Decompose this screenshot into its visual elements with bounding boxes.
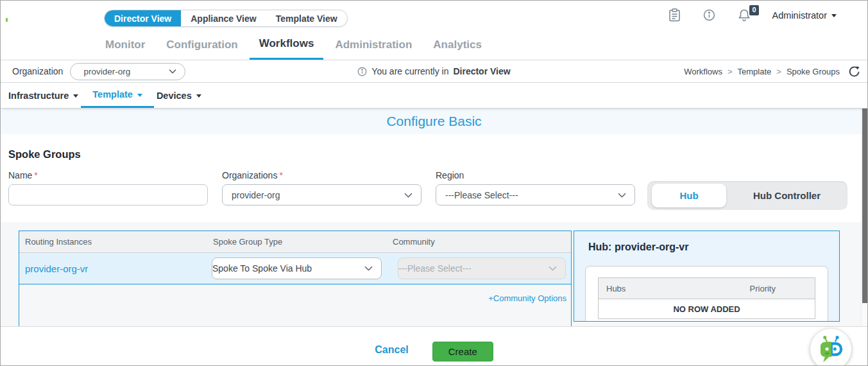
nav-administration[interactable]: Administration [335,30,412,60]
notifications-bell-icon[interactable]: 0 [738,8,751,22]
nav-workflows[interactable]: Workflows [250,30,324,60]
scrollbar-thumb[interactable] [862,109,867,303]
name-label: Name* [8,170,208,180]
hub-panel-title: Hub: provider-org-vr [588,241,839,253]
community-cell: ---Please Select--- [393,257,571,279]
logo-mark [6,18,8,22]
create-button[interactable]: Create [432,342,493,362]
section-heading: Spoke Groups [8,148,81,161]
spoke-group-type-cell: Spoke To Spoke Via Hub [212,257,393,279]
table-row: provider-org-vr Spoke To Spoke Via Hub -… [19,253,571,284]
routing-instance-link[interactable]: provider-org-vr [19,263,212,274]
caret-down-icon [73,94,78,98]
column-routing-instances: Routing Instances [19,237,212,247]
organizations-label-text: Organizations [222,170,277,180]
name-label-text: Name [8,170,32,180]
user-menu[interactable]: Administrator [772,10,837,21]
context-message-text: You are currently in [371,66,448,76]
top-bar: Director View Appliance View Template Vi… [1,1,867,30]
nav-configuration[interactable]: Configuration [166,30,237,60]
name-field-group: Name* [8,170,208,205]
column-hubs: Hubs [599,284,711,293]
info-icon[interactable] [703,8,716,22]
context-message-view: Director View [453,66,510,76]
column-community: Community [393,237,571,247]
community-select-disabled: ---Please Select--- [398,257,566,279]
chat-assistant-button[interactable] [810,329,851,366]
required-marker: * [34,170,37,180]
subnav-devices-label: Devices [157,91,192,101]
versa-director-window: Director View Appliance View Template Vi… [0,0,868,366]
chevron-down-icon [549,266,557,271]
tab-template-view[interactable]: Template View [266,10,347,26]
subnav-infrastructure[interactable]: Infrastructure [8,83,78,108]
routing-instances-panel: Routing Instances Spoke Group Type Commu… [19,231,572,326]
toggle-hub[interactable]: Hub [652,184,726,207]
toggle-hub-controller[interactable]: Hub Controller [726,190,847,201]
column-priority: Priority [711,284,815,293]
organizations-field-group: Organizations* provider-org [222,170,421,205]
region-label-text: Region [436,170,464,180]
caret-down-icon [137,94,142,97]
community-options-link[interactable]: +Community Options [488,293,566,303]
spoke-group-type-select[interactable]: Spoke To Spoke Via Hub [212,257,382,279]
breadcrumb: Workflows > Template > Spoke Groups [684,67,840,76]
main-nav: Monitor Configuration Workflows Administ… [1,30,867,60]
required-marker: * [279,170,282,180]
breadcrumb-spoke-groups[interactable]: Spoke Groups [787,67,840,76]
hubs-table-header: Hubs Priority [599,278,815,299]
routing-table-header: Routing Instances Spoke Group Type Commu… [19,231,571,253]
subnav-template-label: Template [92,89,133,100]
organizations-select-value: provider-org [232,190,280,200]
organizations-select[interactable]: provider-org [222,184,421,205]
community-select-value: ---Please Select--- [398,263,472,274]
chevron-down-icon [404,193,413,198]
chatbot-icon [813,331,848,366]
cancel-button[interactable]: Cancel [375,344,408,356]
chevron-down-icon [618,193,626,198]
column-spoke-group-type: Spoke Group Type [212,237,393,247]
tab-appliance-view[interactable]: Appliance View [181,10,266,26]
breadcrumb-workflows[interactable]: Workflows [684,67,722,76]
hubs-table: Hubs Priority NO ROW ADDED [598,277,815,319]
region-field-group: Region ---Please Select--- [436,170,635,205]
nav-analytics[interactable]: Analytics [433,30,482,60]
subnav-infrastructure-label: Infrastructure [8,91,69,101]
notification-count-badge: 0 [749,5,758,15]
subnav-devices[interactable]: Devices [157,83,201,108]
refresh-icon[interactable] [848,65,860,78]
organizations-label: Organizations* [222,170,421,180]
breadcrumb-area: Workflows > Template > Spoke Groups [684,60,860,82]
tasks-clipboard-icon[interactable] [668,8,681,22]
workflows-sub-nav: Infrastructure Template Devices [1,83,867,109]
organization-bar: Organization provider-org You are curren… [1,60,867,83]
breadcrumb-separator: > [776,67,781,76]
form-actions-footer: Cancel Create [1,326,867,366]
hub-card: Hubs Priority NO ROW ADDED [585,266,828,322]
hub-mode-toggle: Hub Hub Controller [647,181,847,210]
nav-monitor[interactable]: Monitor [105,30,145,60]
spoke-groups-form: Spoke Groups Name* Organizations* provid… [1,134,867,222]
chevron-down-icon [364,266,373,271]
page-title: Configure Basic [386,114,481,129]
user-menu-label: Administrator [772,10,827,21]
top-bar-actions: 0 Administrator [668,1,837,30]
tab-director-view[interactable]: Director View [105,10,181,26]
info-circle-icon [357,67,367,76]
breadcrumb-separator: > [728,67,733,76]
region-select-value: ---Please Select--- [445,190,518,200]
breadcrumb-template[interactable]: Template [738,67,772,76]
spoke-group-detail-section: Routing Instances Spoke Group Type Commu… [1,222,867,326]
title-band: Configure Basic [1,109,867,134]
region-label: Region [436,170,635,180]
vertical-scrollbar[interactable] [861,109,867,326]
spoke-group-type-value: Spoke To Spoke Via Hub [212,263,312,274]
name-input[interactable] [8,184,208,205]
caret-down-icon [831,14,837,17]
region-select[interactable]: ---Please Select--- [436,184,635,205]
hub-panel: Hub: provider-org-vr Hubs Priority NO RO… [574,231,840,322]
view-switcher: Director View Appliance View Template Vi… [104,10,348,27]
subnav-template[interactable]: Template [81,83,154,108]
caret-down-icon [196,94,201,98]
empty-table-message: NO ROW ADDED [599,299,815,318]
